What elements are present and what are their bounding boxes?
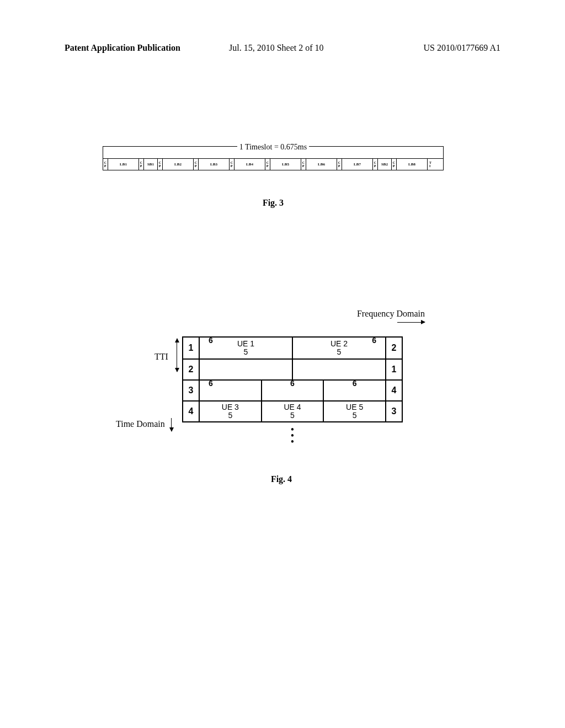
fig4-row: 21	[183, 358, 402, 379]
fig3-cell-sb2: SB2	[378, 159, 392, 170]
header-right: US 2010/0177669 A1	[423, 43, 500, 53]
six-badge: 6	[372, 336, 376, 345]
fig3-cell-cp: C P	[337, 159, 342, 170]
ue-2-cell: 6UE 25	[292, 338, 385, 358]
fig3-cell-cp: C P	[392, 159, 397, 170]
fig4-row: 16UE 156UE 252	[183, 338, 402, 358]
six-badge: 6	[353, 379, 357, 388]
fig4-grid: 16UE 156UE 25221366644UE 35UE 45UE 553	[182, 336, 403, 422]
six-badge: 6	[209, 336, 213, 345]
fig4-row: 36664	[183, 379, 402, 400]
ue-name: UE 5	[346, 403, 363, 411]
fig3-cell-cp: C P	[265, 159, 270, 170]
tti-arrow-icon	[177, 339, 177, 372]
ue-name: UE 2	[331, 340, 348, 348]
ue-below-value: 5	[244, 348, 248, 356]
ue-1-cell: 6UE 15	[200, 338, 292, 358]
time-domain-label: Time Domain	[116, 419, 165, 429]
fig4-label: Fig. 4	[271, 474, 292, 484]
ue-cell: 6	[261, 381, 323, 400]
fig3-cell-lb1: LB1	[108, 159, 139, 170]
ue-cell: 6	[200, 381, 261, 400]
ue-5-cell: UE 55	[323, 402, 385, 421]
ue-cell	[292, 360, 385, 379]
fig3-cell-cp: C P	[301, 159, 306, 170]
ue-3-cell: UE 35	[200, 402, 261, 421]
ue-4-cell: UE 45	[261, 402, 323, 421]
row-right-index: 1	[385, 360, 402, 379]
row-left-index: 1	[183, 338, 200, 358]
ue-below-value: 5	[228, 411, 232, 420]
ue-below-value: 5	[290, 411, 295, 420]
ue-cell	[200, 360, 292, 379]
row-right-index: 3	[385, 402, 402, 421]
ue-name: UE 3	[222, 403, 239, 411]
tti-label: TTI	[154, 352, 168, 362]
fig3-cell-lb4: LB4	[234, 159, 265, 170]
fig3-cell-lb8: LB8	[397, 159, 428, 170]
six-badge: 6	[290, 379, 295, 388]
ue-below-value: 5	[337, 348, 342, 356]
ue-cell: 6	[323, 381, 385, 400]
ue-below-value: 5	[353, 411, 357, 420]
fig4-grid-wrap: TTI Time Domain 16UE 156UE 25221366644UE…	[182, 336, 403, 445]
fig3-timeslot-span: 1 Timeslot = 0.675ms	[103, 146, 444, 158]
fig3-cell-lb5: LB5	[270, 159, 301, 170]
header-left: Patent Application Publication	[65, 43, 180, 53]
row-right-index: 2	[385, 338, 402, 358]
fig3-cell-lb6: LB6	[306, 159, 337, 170]
ue-name: UE 1	[237, 340, 254, 348]
fig3-cell-cp: C P	[373, 159, 378, 170]
fig3-cell-cp: C P	[139, 159, 144, 170]
fig3-cell-lb7: LB7	[342, 159, 373, 170]
frequency-domain-label: Frequency Domain	[357, 309, 425, 319]
figure-3: 1 Timeslot = 0.675ms C PLB1C PSB1C PLB2C…	[103, 146, 444, 208]
ue-name: UE 4	[284, 403, 301, 411]
time-arrow-icon	[171, 418, 172, 431]
frequency-arrow-icon	[397, 322, 425, 323]
row-left-index: 4	[183, 402, 200, 421]
fig3-cell-sb1: SB1	[144, 159, 158, 170]
row-left-index: 3	[183, 381, 200, 400]
fig4-row: 4UE 35UE 45UE 553	[183, 400, 402, 421]
fig3-cell-ti: T I	[428, 159, 433, 170]
fig3-cell-lb2: LB2	[163, 159, 194, 170]
row-right-index: 4	[385, 381, 402, 400]
fig3-block-strip: C PLB1C PSB1C PLB2C PLB3C PLB4C PLB5C PL…	[103, 158, 444, 170]
fig3-cell-lb3: LB3	[199, 159, 230, 170]
header-middle: Jul. 15, 2010 Sheet 2 of 10	[229, 43, 324, 53]
fig3-timeslot-caption: 1 Timeslot = 0.675ms	[237, 143, 309, 152]
row-left-index: 2	[183, 360, 200, 379]
fig3-cell-cp: C P	[230, 159, 234, 170]
six-badge: 6	[209, 379, 213, 388]
fig3-cell-cp: C P	[158, 159, 163, 170]
ellipsis-icon: •••	[182, 427, 403, 445]
fig3-cell-cp: C P	[194, 159, 199, 170]
fig3-cell-cp: C P	[103, 159, 108, 170]
fig3-label: Fig. 3	[103, 198, 444, 208]
